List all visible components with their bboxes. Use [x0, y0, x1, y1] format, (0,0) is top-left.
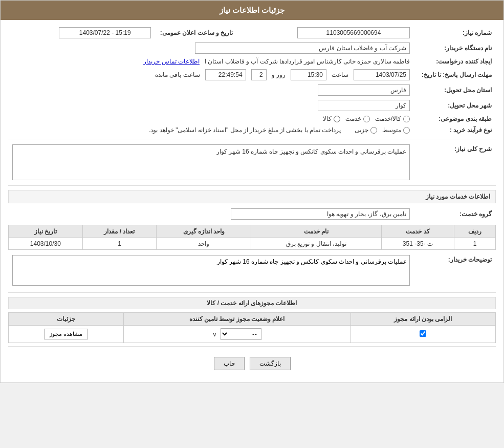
cell-nam: تولید، انتقال و توزیع برق	[251, 238, 381, 250]
col-tedad: تعداد / مقدار	[82, 225, 157, 238]
ijad-label: ایجاد کننده درخواست:	[414, 56, 496, 67]
tarikh-label: تاریخ و ساعت اعلان عمومی:	[155, 25, 237, 40]
sharh-label: شرح کلی نیاز:	[414, 142, 496, 182]
elzami-checkbox[interactable]	[420, 330, 426, 337]
elzami-cell	[350, 326, 495, 343]
motavaset-radio[interactable]: متوسط	[382, 126, 410, 134]
mojooz-section-title: اطلاعات مجوزهای ارائه خدمت / کالا	[8, 297, 496, 309]
mohlat-date: 1403/07/25	[354, 69, 410, 80]
kala-input[interactable]	[334, 116, 340, 122]
mohlat-rooz: 2	[251, 69, 267, 80]
khadamat-section-title: اطلاعات خدمات مورد نیاز	[8, 190, 496, 203]
kala-label-radio: کالا	[323, 115, 332, 122]
mohlat-saat: 15:30	[291, 69, 326, 80]
nam-dastgah-label: نام دستگاه خریدار:	[414, 40, 496, 56]
aalam-select[interactable]: --	[221, 328, 261, 340]
page-header: جزئیات اطلاعات نیاز	[1, 1, 503, 20]
col-joziat: جزئیات	[9, 313, 124, 326]
col-tarikh: تاریخ نیاز	[9, 225, 83, 238]
saaat-baqi-label: ساعت باقی مانده	[155, 71, 200, 78]
view-mojooz-button[interactable]: مشاهده مجوز	[44, 329, 88, 339]
joziat-cell: مشاهده مجوز	[9, 326, 124, 343]
table-row: 1 ت -35- 351 تولید، انتقال و توزیع برق و…	[9, 238, 496, 250]
aalam-cell: -- ∨	[123, 326, 350, 343]
kala-khadamat-radio[interactable]: کالا/خدمت	[375, 115, 410, 122]
jozee-radio[interactable]: جزیی	[355, 126, 377, 134]
col-elzami: الزامی بودن ارائه مجوز	[350, 313, 495, 326]
motavaset-input[interactable]	[403, 127, 410, 134]
motavaset-label: متوسط	[382, 126, 401, 134]
gorohe-khadamat-label: گروه خدمت:	[414, 206, 496, 222]
shomara-niaz-value: 1103005669000694	[297, 27, 410, 38]
page-title: جزئیات اطلاعات نیاز	[220, 6, 284, 14]
farayand-desc: پرداخت تمام یا بخشی از مبلغ خریدار از مح…	[149, 126, 341, 134]
khadamat-input[interactable]	[363, 116, 370, 122]
col-kod: کد خدمت	[381, 225, 454, 238]
print-button[interactable]: چاپ	[214, 357, 245, 370]
col-aalam: اعلام وضعیت مجوز توسط تامین کننده	[123, 313, 350, 326]
services-table: ردیف کد خدمت نام خدمت واحد اندازه گیری ت…	[8, 225, 496, 250]
saat-label: ساعت	[332, 71, 348, 78]
col-nam: نام خدمت	[251, 225, 381, 238]
tabaqe-label: طبقه بندی موضوعی:	[414, 113, 496, 124]
back-button[interactable]: بازگشت	[250, 357, 291, 370]
shomara-niaz-label: شماره نیاز:	[414, 25, 496, 40]
ostan-label: استان محل تحویل:	[414, 82, 496, 98]
cell-kod: ت -35- 351	[381, 238, 454, 250]
gorohe-khadamat-value: تامین برق، گاز، بخار و تهویه هوا	[231, 208, 410, 220]
jozee-input[interactable]	[370, 127, 377, 134]
cell-vahed: واحد	[157, 238, 251, 250]
cell-tarikh: 1403/10/30	[9, 238, 83, 250]
mohlat-label: مهلت ارسال پاسخ: تا تاریخ:	[414, 67, 496, 82]
list-item: -- ∨ مشاهده مجوز	[9, 326, 496, 343]
nam-dastgah-value: شرکت آب و فاضلاب استان فارس	[195, 42, 410, 54]
khadamat-label-radio: خدمت	[345, 115, 361, 122]
toseeh-label: توضیحات خریدار:	[414, 253, 496, 289]
khadamat-radio[interactable]: خدمت	[345, 115, 370, 122]
bottom-buttons: بازگشت چاپ	[8, 350, 496, 377]
rooz-label: روز و	[272, 71, 286, 78]
tarikh-value: 1403/07/22 - 15:19	[59, 27, 151, 38]
kala-radio[interactable]: کالا	[323, 115, 340, 122]
ijad-value: فاطمه سالاری حمزه خانی کارشناس امور قرار…	[205, 58, 410, 65]
shahr-label: شهر محل تحویل:	[414, 98, 496, 113]
col-radif: ردیف	[454, 225, 496, 238]
kala-khadamat-label: کالا/خدمت	[375, 115, 401, 122]
permit-table: الزامی بودن ارائه مجوز اعلام وضعیت مجوز …	[8, 312, 496, 343]
ijad-link[interactable]: اطلاعات تماس خریدار	[143, 58, 200, 65]
kala-khadamat-input[interactable]	[403, 116, 410, 122]
nooe-farayand-label: نوع فرآیند خرید :	[414, 124, 496, 136]
toseeh-textarea[interactable]	[12, 255, 410, 286]
ostan-value: فارس	[318, 84, 410, 96]
shahr-value: کوار	[318, 100, 410, 111]
sharh-value: عملیات برقرسانی و احداث سکوی کانکس و تجه…	[12, 144, 410, 180]
jozee-label: جزیی	[355, 126, 368, 134]
cell-radif: 1	[454, 238, 496, 250]
col-vahed: واحد اندازه گیری	[157, 225, 251, 238]
cell-tedad: 1	[82, 238, 157, 250]
mohlat-countdown: 22:49:54	[205, 69, 246, 80]
